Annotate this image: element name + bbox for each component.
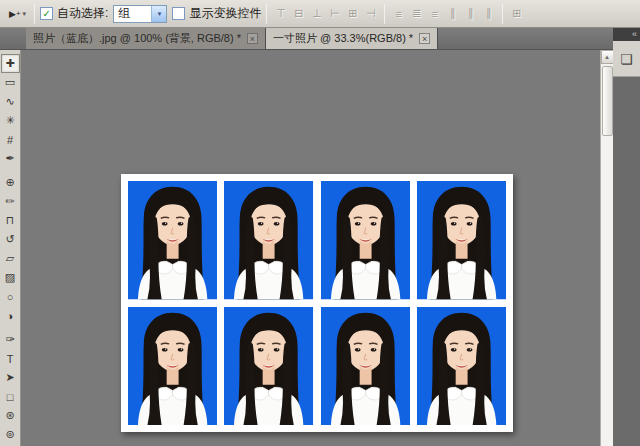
align-horizontal-centers-icon[interactable]: ⊞ bbox=[344, 5, 361, 23]
clone-stamp-icon: ⊓ bbox=[6, 214, 15, 227]
blur-icon: ○ bbox=[7, 291, 14, 303]
id-photo bbox=[224, 307, 313, 426]
path-selection-icon: ➤ bbox=[5, 371, 14, 384]
align-top-edges-icon[interactable]: ⊤ bbox=[272, 5, 289, 23]
id-photo bbox=[321, 181, 410, 300]
id-photo bbox=[128, 181, 217, 300]
3d-rotate-icon: ⊛ bbox=[5, 409, 14, 422]
brush-icon: ✏ bbox=[5, 195, 14, 208]
distribute-horizontal-centers-icon[interactable]: ∥ bbox=[462, 5, 479, 23]
clone-stamp-tool[interactable]: ⊓ bbox=[1, 211, 20, 230]
pen-tool[interactable]: ✑ bbox=[1, 330, 20, 349]
canvas-area[interactable] bbox=[21, 50, 600, 446]
close-icon[interactable]: × bbox=[247, 33, 258, 44]
align-bottom-edges-icon[interactable]: ⊥ bbox=[308, 5, 325, 23]
expand-panels-icon: « bbox=[632, 29, 637, 39]
rectangular-marquee-tool[interactable]: ▭ bbox=[1, 73, 20, 92]
scrollbar-thumb[interactable] bbox=[602, 66, 613, 136]
rectangle-tool[interactable]: □ bbox=[1, 387, 20, 406]
3d-orbit-icon: ⊚ bbox=[5, 428, 14, 441]
eyedropper-tool[interactable]: ✒ bbox=[1, 149, 20, 168]
gradient-icon: ▨ bbox=[5, 271, 15, 284]
quick-selection-icon: ✳ bbox=[5, 114, 14, 127]
crop-tool[interactable]: # bbox=[1, 130, 20, 149]
id-photo bbox=[128, 307, 217, 426]
distribute-right-edges-icon[interactable]: ∥ bbox=[480, 5, 497, 23]
eraser-tool[interactable]: ▱ bbox=[1, 249, 20, 268]
marquee-icon: ▭ bbox=[5, 76, 15, 89]
lasso-tool[interactable]: ∿ bbox=[1, 92, 20, 111]
move-plus-icon: + bbox=[16, 9, 21, 18]
distribute-buttons: ≡ ≣ ≡ ∥ ∥ ∥ bbox=[390, 5, 497, 23]
history-brush-tool[interactable]: ↺ bbox=[1, 230, 20, 249]
pen-icon: ✑ bbox=[5, 333, 14, 346]
tab-photo-blue-bg[interactable]: 照片（蓝底）.jpg @ 100% (背景, RGB/8) * × bbox=[26, 28, 266, 49]
eyedropper-icon: ✒ bbox=[5, 152, 14, 165]
auto-select-scope-dropdown[interactable]: 组 ▼ bbox=[113, 5, 167, 23]
dropdown-value: 组 bbox=[114, 5, 151, 22]
align-vertical-centers-icon[interactable]: ⊟ bbox=[290, 5, 307, 23]
blur-tool[interactable]: ○ bbox=[1, 287, 20, 306]
distribute-left-edges-icon[interactable]: ∥ bbox=[444, 5, 461, 23]
dodge-icon: ◑ bbox=[7, 310, 14, 322]
distribute-top-edges-icon[interactable]: ≡ bbox=[390, 5, 407, 23]
spot-healing-brush-tool[interactable]: ⊕ bbox=[1, 173, 20, 192]
dock-background bbox=[613, 77, 640, 446]
id-photo bbox=[417, 181, 506, 300]
id-photo bbox=[417, 307, 506, 426]
panel-icon: ❏ bbox=[620, 51, 633, 67]
quick-selection-tool[interactable]: ✳ bbox=[1, 111, 20, 130]
align-right-edges-icon[interactable]: ⊣ bbox=[362, 5, 379, 23]
3d-orbit-tool[interactable]: ⊚ bbox=[1, 425, 20, 444]
move-tool-icon: ▶ bbox=[9, 9, 16, 19]
3d-rotate-tool[interactable]: ⊛ bbox=[1, 406, 20, 425]
tools-panel: ✚ ▭ ∿ ✳ # ✒ ⊕ ✏ ⊓ ↺ ▱ ▨ ○ ◑ ✑ T ➤ □ ⊛ ⊚ bbox=[0, 50, 21, 446]
eraser-icon: ▱ bbox=[6, 252, 14, 265]
type-icon: T bbox=[7, 353, 14, 365]
tab-label: 照片（蓝底）.jpg @ 100% (背景, RGB/8) * bbox=[33, 31, 241, 46]
vertical-scrollbar[interactable]: ▲ bbox=[600, 50, 613, 446]
align-left-edges-icon[interactable]: ⊢ bbox=[326, 5, 343, 23]
show-transform-label: 显示变换控件 bbox=[189, 5, 261, 22]
collapsed-panel-button[interactable]: ❏ bbox=[613, 41, 640, 77]
gradient-tool[interactable]: ▨ bbox=[1, 268, 20, 287]
crop-icon: # bbox=[7, 134, 13, 146]
separator bbox=[502, 4, 503, 24]
options-bar: ▶ + ▾ ✓ 自动选择: 组 ▼ 显示变换控件 ⊤ ⊟ ⊥ ⊢ ⊞ ⊣ ≡ ≣… bbox=[0, 0, 640, 28]
tab-label: 一寸照片 @ 33.3%(RGB/8) * bbox=[273, 31, 413, 46]
lasso-icon: ∿ bbox=[5, 95, 14, 108]
rectangle-icon: □ bbox=[7, 391, 14, 403]
chevron-down-icon: ▼ bbox=[151, 6, 166, 22]
move-tool-icon: ✚ bbox=[5, 57, 14, 70]
scroll-up-icon[interactable]: ▲ bbox=[601, 50, 614, 64]
history-brush-icon: ↺ bbox=[5, 233, 14, 246]
separator bbox=[384, 4, 385, 24]
document-tab-bar: 照片（蓝底）.jpg @ 100% (背景, RGB/8) * × 一寸照片 @… bbox=[0, 28, 613, 50]
preset-caret-icon: ▾ bbox=[23, 10, 27, 18]
dodge-tool[interactable]: ◑ bbox=[1, 306, 20, 325]
path-selection-tool[interactable]: ➤ bbox=[1, 368, 20, 387]
separator bbox=[266, 4, 267, 24]
auto-select-label: 自动选择: bbox=[57, 5, 108, 22]
tab-one-inch-photo[interactable]: 一寸照片 @ 33.3%(RGB/8) * × bbox=[266, 28, 438, 49]
type-tool[interactable]: T bbox=[1, 349, 20, 368]
move-tool[interactable]: ✚ bbox=[1, 54, 20, 73]
healing-brush-icon: ⊕ bbox=[5, 176, 14, 189]
separator bbox=[34, 4, 35, 24]
brush-tool[interactable]: ✏ bbox=[1, 192, 20, 211]
align-buttons: ⊤ ⊟ ⊥ ⊢ ⊞ ⊣ bbox=[272, 5, 379, 23]
show-transform-checkbox[interactable] bbox=[172, 7, 185, 20]
auto-select-checkbox[interactable]: ✓ bbox=[40, 7, 53, 20]
distribute-vertical-centers-icon[interactable]: ≣ bbox=[408, 5, 425, 23]
close-icon[interactable]: × bbox=[419, 33, 430, 44]
tool-preset-picker[interactable]: ▶ + ▾ bbox=[6, 7, 29, 21]
one-inch-photo-document[interactable] bbox=[121, 174, 513, 432]
id-photo bbox=[224, 181, 313, 300]
auto-align-layers-icon[interactable]: ⊞ bbox=[508, 5, 525, 23]
dock-collapse-button[interactable]: « bbox=[613, 28, 640, 41]
panel-dock: « ❏ bbox=[613, 28, 640, 446]
distribute-bottom-edges-icon[interactable]: ≡ bbox=[426, 5, 443, 23]
id-photo bbox=[321, 307, 410, 426]
